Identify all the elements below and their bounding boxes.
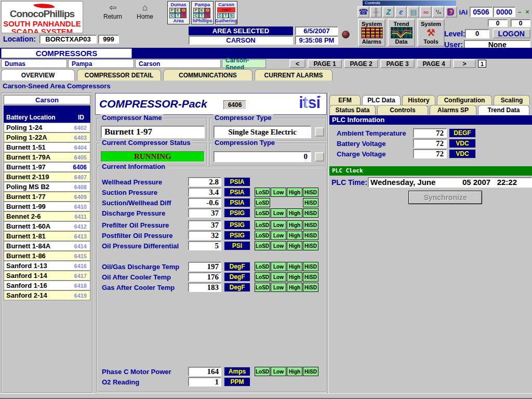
high-chip[interactable]: High xyxy=(287,283,302,292)
tab[interactable]: COMMUNICATIONS xyxy=(163,69,252,81)
battery-list-item[interactable]: Sanford 1-13 6416 xyxy=(4,261,90,271)
tab[interactable]: Configuration xyxy=(437,95,492,105)
tab[interactable]: History xyxy=(402,95,435,105)
high-chip[interactable]: High xyxy=(287,241,302,250)
tab[interactable]: Trend Data xyxy=(478,105,529,115)
losd-chip[interactable]: LoSD xyxy=(255,198,270,207)
network-button[interactable]: Z xyxy=(382,6,394,18)
battery-list-item[interactable]: Burnett 1-79A 6405 xyxy=(4,152,90,162)
losd-chip[interactable]: LoSD xyxy=(255,188,270,197)
hisd-chip[interactable]: HiSD xyxy=(303,198,318,207)
high-chip[interactable]: High xyxy=(287,220,302,230)
dumas-area-button[interactable]: Dumas PEGCTS Area xyxy=(167,1,190,24)
close-button[interactable]: × xyxy=(524,8,531,16)
area-nav-item[interactable]: Pampa xyxy=(68,59,134,68)
low-chip[interactable]: Low xyxy=(271,272,286,282)
home-button[interactable]: ⌂ Home xyxy=(133,3,157,24)
next-page-button[interactable]: > xyxy=(453,59,476,68)
display-button[interactable]: ▤ xyxy=(407,6,419,18)
hisd-chip[interactable]: HiSD xyxy=(303,231,318,240)
high-chip[interactable]: High xyxy=(287,367,302,376)
system-tools-button[interactable]: System ⚒ Tools xyxy=(417,19,445,47)
hisd-chip[interactable]: HiSD xyxy=(303,283,318,292)
battery-list-item[interactable]: Burnett 1-84A 6414 xyxy=(4,241,90,251)
low-chip[interactable]: Low xyxy=(271,208,286,218)
battery-list-item[interactable]: Sanford 1-16 6418 xyxy=(4,281,90,290)
tab[interactable]: Status Data xyxy=(329,105,376,115)
synchronize-button[interactable]: Synchronize xyxy=(408,191,482,204)
system-alarms-button[interactable]: System Alarms xyxy=(358,19,385,47)
page-button[interactable]: PAGE 3 xyxy=(380,59,415,68)
hisd-chip[interactable]: HiSD xyxy=(303,208,318,218)
tab[interactable]: Scaling xyxy=(494,95,530,105)
low-chip[interactable]: Low xyxy=(271,231,286,240)
battery-list-item[interactable]: Bennet 2-6 6411 xyxy=(4,211,90,221)
hisd-chip[interactable]: HiSD xyxy=(303,188,318,197)
battery-list-item[interactable]: Poling MS B2 6408 xyxy=(4,182,90,192)
tab[interactable]: OVERVIEW xyxy=(1,69,75,81)
battery-list-item[interactable]: Poling 1-22A 6403 xyxy=(4,132,90,142)
area-nav-item[interactable]: Dumas xyxy=(1,59,67,68)
pampa-area-button[interactable]: Pampa PEGCTS hPhillips xyxy=(191,1,214,24)
low-chip[interactable]: Low xyxy=(271,188,286,197)
compressor-type-picker-button[interactable] xyxy=(315,127,324,137)
code-field-2[interactable]: 0000 xyxy=(493,7,516,17)
battery-list-item[interactable]: Burnett 1-99 6410 xyxy=(4,202,90,211)
losd-chip[interactable]: LoSD xyxy=(255,241,270,250)
losd-chip[interactable]: LoSD xyxy=(255,220,270,230)
hisd-chip[interactable]: HiSD xyxy=(303,272,318,282)
hisd-chip[interactable]: HiSD xyxy=(303,367,318,376)
low-chip[interactable]: Low xyxy=(271,367,286,376)
losd-chip[interactable]: LoSD xyxy=(255,272,270,282)
high-chip[interactable]: High xyxy=(287,272,302,282)
tab[interactable]: Alarms SP xyxy=(430,105,476,115)
battery-list-item[interactable]: Burnett 1-77 6409 xyxy=(4,192,90,202)
losd-chip[interactable]: LoSD xyxy=(255,262,270,271)
area-nav-item[interactable]: Carson-Sneed xyxy=(222,59,266,68)
tab[interactable]: PLC Data xyxy=(362,95,401,105)
ribbon-button[interactable]: ∞ xyxy=(420,6,432,18)
page-button[interactable]: PAGE 1 xyxy=(308,59,342,68)
code-field-1[interactable]: 0506 xyxy=(470,7,493,17)
browser-button[interactable]: e xyxy=(395,6,407,18)
carson-area-button[interactable]: Carson CRIT CTS Gathering xyxy=(215,1,237,24)
help-button[interactable]: ? xyxy=(445,6,457,18)
io-button[interactable]: ¹/₀ xyxy=(432,6,444,18)
prev-page-button[interactable]: < xyxy=(289,59,305,68)
hisd-chip[interactable]: HiSD xyxy=(303,262,318,271)
battery-list-item[interactable]: Sanford 1-14 6417 xyxy=(4,271,90,281)
hisd-chip[interactable]: HiSD xyxy=(303,220,318,230)
low-chip[interactable]: Low xyxy=(271,241,286,250)
low-chip[interactable]: Low xyxy=(271,220,286,230)
page-button[interactable]: PAGE 4 xyxy=(417,59,451,68)
compressor-name-field[interactable]: Burnett 1-97 xyxy=(101,126,205,138)
battery-list-item[interactable]: Burnett 1-97 6406 xyxy=(4,162,90,172)
losd-chip[interactable]: LoSD xyxy=(255,283,270,292)
return-button[interactable]: ⇦ Return xyxy=(101,3,125,24)
battery-list-item[interactable]: Poling 1-24 6402 xyxy=(4,123,90,132)
high-chip[interactable]: High xyxy=(287,188,302,197)
high-chip[interactable]: High xyxy=(287,231,302,240)
low-chip[interactable]: Low xyxy=(271,262,286,271)
tab[interactable]: CURRENT ALARMS xyxy=(255,69,332,81)
losd-chip[interactable]: LoSD xyxy=(255,208,270,218)
high-chip[interactable]: High xyxy=(287,208,302,218)
battery-list-item[interactable]: Burnett 1-51 6404 xyxy=(4,142,90,152)
level-value[interactable]: 0 xyxy=(465,29,489,38)
sliders-button[interactable]: ╫ xyxy=(370,6,382,18)
tab[interactable]: Controls xyxy=(377,105,428,115)
tab[interactable]: EFM xyxy=(329,95,361,105)
area-nav-item[interactable]: Carson xyxy=(135,59,221,68)
battery-list-item[interactable]: Sanford 2-14 6419 xyxy=(4,290,90,300)
high-chip[interactable]: High xyxy=(287,262,302,271)
losd-chip[interactable]: LoSD xyxy=(255,367,270,376)
page-button[interactable]: PAGE 2 xyxy=(344,59,378,68)
logon-button[interactable]: LOGON xyxy=(493,29,530,38)
losd-chip[interactable]: LoSD xyxy=(255,231,270,240)
compression-type-picker-button[interactable] xyxy=(315,152,324,162)
low-chip[interactable]: Low xyxy=(271,283,286,292)
trend-data-button[interactable]: Trend Data xyxy=(388,19,415,47)
hisd-chip[interactable]: HiSD xyxy=(303,241,318,250)
battery-list-item[interactable]: Burnett 1-81 6413 xyxy=(4,231,90,241)
tab[interactable]: COMPRESSOR DETAIL xyxy=(77,69,161,81)
